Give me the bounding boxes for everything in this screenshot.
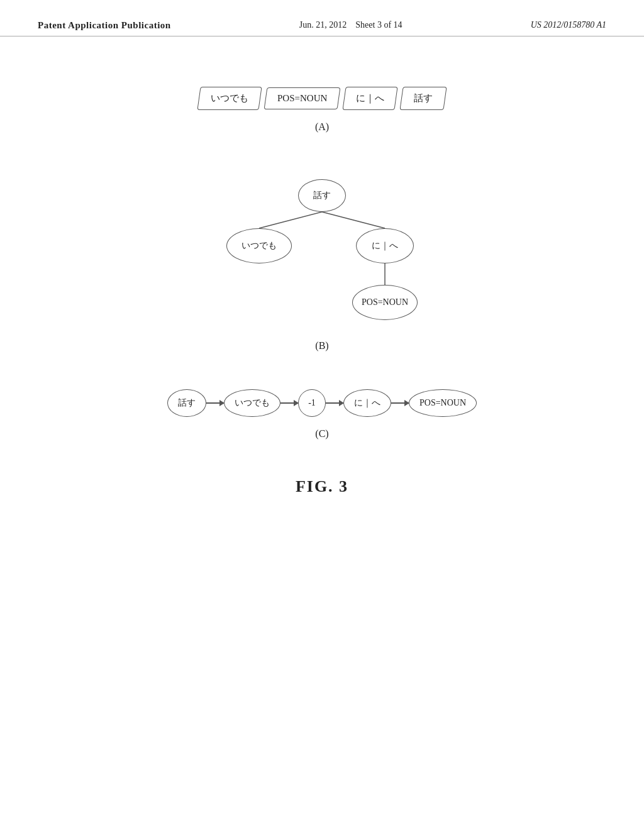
page-header: Patent Application Publication Jun. 21, …	[0, 0, 644, 36]
node-c1: 話す	[167, 389, 206, 417]
publication-date-sheet: Jun. 21, 2012 Sheet 3 of 14	[299, 20, 402, 30]
row-c-nodes: 話す いつでも -1 に｜へ POS=NOUN	[167, 389, 477, 417]
section-b-label: (B)	[315, 340, 328, 351]
node-b-nihe: に｜へ	[356, 228, 414, 263]
section-c-label: (C)	[315, 428, 328, 440]
publication-date: Jun. 21, 2012	[299, 20, 347, 30]
svg-line-1	[322, 212, 385, 228]
node-a4: 話す	[400, 87, 447, 110]
node-a1: いつでも	[197, 87, 262, 110]
sheet-info: Sheet 3 of 14	[355, 20, 402, 30]
arrow-c4-c5	[391, 402, 409, 404]
node-a3: に｜へ	[343, 87, 398, 110]
publication-number: US 2012/0158780 A1	[531, 20, 606, 30]
node-c3: -1	[298, 389, 326, 417]
figure-label: FIG. 3	[296, 477, 348, 496]
tree-diagram: 話す いつでも に｜へ POS=NOUN	[203, 170, 441, 334]
section-b: 話す いつでも に｜へ POS=NOUN (B)	[38, 170, 606, 351]
publication-title: Patent Application Publication	[38, 20, 171, 31]
svg-line-0	[259, 212, 322, 228]
node-b-itsudemo: いつでも	[226, 228, 292, 263]
node-b-hanasu: 話す	[298, 179, 346, 212]
node-b-posnoun: POS=NOUN	[352, 285, 418, 320]
arrow-c2-c3	[280, 402, 298, 404]
node-c5: POS=NOUN	[409, 389, 477, 417]
node-c4: に｜へ	[343, 389, 391, 417]
section-c: 話す いつでも -1 に｜へ POS=NOUN (C)	[38, 389, 606, 440]
row-a-nodes: いつでも POS=NOUN に｜へ 話す	[199, 87, 445, 110]
arrow-c3-c4	[326, 402, 343, 404]
main-content: いつでも POS=NOUN に｜へ 話す (A)	[0, 36, 644, 509]
section-a: いつでも POS=NOUN に｜へ 話す (A)	[38, 87, 606, 133]
node-c2: いつでも	[224, 389, 280, 417]
section-a-label: (A)	[315, 121, 329, 133]
arrow-c1-c2	[206, 402, 224, 404]
node-a2: POS=NOUN	[264, 87, 340, 109]
